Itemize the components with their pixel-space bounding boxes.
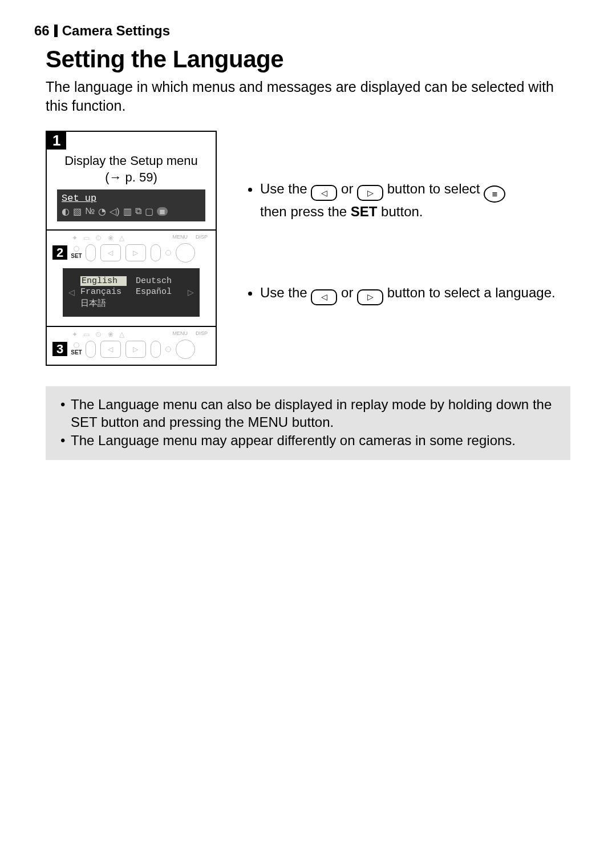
notes-box: • The Language menu can also be displaye… (46, 386, 570, 460)
mode-icon: ▭ (83, 330, 90, 338)
page-number: 66 (34, 23, 50, 39)
card-icon: ▧ (73, 206, 82, 217)
step-1-panel: 1 Display the Setup menu (→ p. 59) Set u… (46, 131, 217, 231)
left-button-icon (100, 341, 121, 358)
lcd-left-arrow-icon: ◁ (68, 288, 75, 297)
instructions-column: Use the ◁ or ▷ button to select ≣ then p… (217, 131, 582, 368)
step-1-page-ref: (→ p. 59) (47, 170, 216, 189)
header-divider-icon (54, 25, 58, 37)
menu-button-icon (151, 341, 161, 358)
lang-deutsch: Deutsch (136, 276, 182, 286)
disp-button-icon (176, 340, 195, 359)
steps-column: 1 Display the Setup menu (→ p. 59) Set u… (46, 131, 217, 366)
indicator-dot2-icon (165, 346, 171, 352)
disp-button-icon (176, 243, 195, 263)
number-icon: № (85, 206, 95, 216)
set-button-icon (86, 244, 96, 261)
note-2: • The Language menu may appear different… (60, 431, 556, 450)
bullet-icon: • (60, 431, 71, 450)
brightness-icon: ◐ (62, 206, 70, 217)
section-title: Camera Settings (62, 23, 170, 39)
set-button-group: SET (71, 246, 82, 259)
indicator-dot2-icon (165, 250, 171, 256)
left-arrow-button-icon: ◁ (311, 185, 337, 201)
macro-icon: ❀ (108, 234, 114, 242)
set-button-icon (86, 341, 96, 358)
disp-label: DISP (196, 234, 208, 242)
note-1: • The Language menu can also be displaye… (60, 395, 556, 431)
lang-english: English (80, 276, 127, 286)
step-2-badge: 2 (52, 245, 67, 260)
video-icon: ⧉ (135, 206, 141, 216)
set-label: SET (71, 349, 82, 356)
timer-icon: ▢ (145, 206, 153, 217)
step-3-panel: ✦ ▭ ⏲ ❀ △ MENU DISP 3 SET (46, 327, 217, 366)
arrow-right-icon: → (109, 170, 121, 185)
indicator-dot-icon (74, 246, 79, 252)
content-row: 1 Display the Setup menu (→ p. 59) Set u… (46, 131, 582, 368)
instruction-2: Use the ◁ or ▷ button to select a langua… (260, 284, 565, 305)
lang-espanol: Español (136, 287, 182, 297)
right-arrow-button-icon: ▷ (357, 185, 383, 201)
button-top-labels-3: ✦ ▭ ⏲ ❀ △ MENU DISP (52, 330, 210, 340)
step-1-instruction: Display the Setup menu (47, 150, 216, 170)
button-top-labels: ✦ ▭ ⏲ ❀ △ MENU DISP (52, 234, 210, 243)
menu-button-icon (151, 244, 161, 261)
menu-label: MENU (172, 330, 188, 338)
mode-icon: ▭ (83, 234, 90, 242)
timer2-icon: ⏲ (95, 234, 102, 242)
menu-label: MENU (172, 234, 188, 242)
language-menu-lcd: ◁ English Deutsch Français Español 日本語 ▷ (63, 268, 200, 317)
language-grid: English Deutsch Français Español 日本語 (80, 276, 182, 309)
intro-text: The language in which menus and messages… (46, 78, 559, 115)
step-1-badge: 1 (47, 132, 66, 150)
lang-francais: Français (80, 287, 127, 297)
flash-icon: ✦ (72, 234, 78, 242)
set-button-group: SET (71, 342, 82, 356)
left-arrow-button-icon: ◁ (311, 289, 337, 305)
set-label: SET (71, 253, 82, 259)
bullet-icon: • (60, 395, 71, 431)
left-button-icon (100, 244, 121, 261)
language-select-icon: ≣ (484, 185, 505, 203)
page-title: Setting the Language (46, 46, 582, 73)
instruction-1: Use the ◁ or ▷ button to select ≣ then p… (260, 180, 565, 221)
volume-icon: ◁) (110, 206, 119, 217)
step-3-badge: 3 (52, 342, 67, 356)
right-arrow-button-icon: ▷ (357, 289, 383, 305)
setup-menu-lcd: Set up ◐ ▧ № ◔ ◁) ▥ ⧉ ▢ ≣ (57, 189, 205, 221)
timer2-icon: ⏲ (95, 330, 102, 338)
set-text: SET (351, 204, 378, 219)
disp-label: DISP (196, 330, 208, 338)
right-button-icon (125, 244, 146, 261)
macro-icon: ❀ (108, 330, 114, 338)
right-button-icon (125, 341, 146, 358)
lcd-icon-row: ◐ ▧ № ◔ ◁) ▥ ⧉ ▢ ≣ (62, 206, 201, 217)
page-header: 66 Camera Settings (34, 23, 582, 39)
indicator-dot-icon (74, 342, 79, 348)
flash-icon: ✦ (72, 330, 78, 338)
manual-page: 66 Camera Settings Setting the Language … (0, 0, 616, 868)
warning-icon: △ (119, 234, 124, 242)
date-icon: ▥ (123, 206, 132, 217)
language-icon: ≣ (157, 207, 168, 216)
lang-japanese: 日本語 (80, 298, 127, 309)
step-2-panel: ✦ ▭ ⏲ ❀ △ MENU DISP 2 SET (46, 231, 217, 327)
lcd-right-arrow-icon: ▷ (188, 288, 194, 297)
lcd-title: Set up (62, 193, 201, 204)
warning-icon: △ (119, 330, 124, 338)
beep-icon: ◔ (98, 206, 106, 217)
